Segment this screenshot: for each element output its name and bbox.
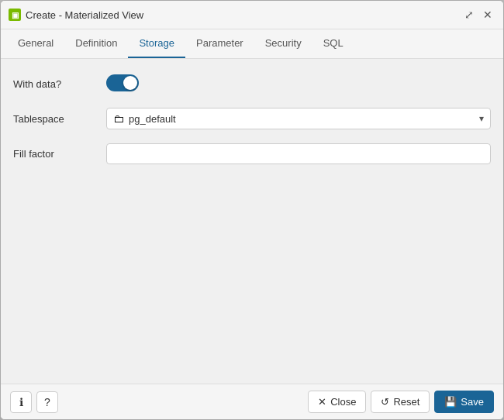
chevron-down-icon: ▾ [479, 113, 484, 124]
tablespace-row: Tablespace 🗀 pg_default ▾ [13, 108, 491, 129]
with-data-control [106, 74, 491, 94]
tab-definition[interactable]: Definition [64, 29, 128, 58]
tablespace-select[interactable]: 🗀 pg_default ▾ [106, 108, 491, 129]
footer-left: ℹ ? [10, 391, 58, 413]
help-button[interactable]: ? [36, 391, 58, 413]
form-content: With data? Tablespace 🗀 pg_default ▾ [1, 59, 503, 384]
fill-factor-control [106, 143, 491, 164]
folder-icon: 🗀 [113, 112, 124, 125]
close-window-button[interactable]: ✕ [480, 7, 495, 22]
tab-general[interactable]: General [7, 29, 64, 58]
footer-right: ✕ Close ↺ Reset 💾 Save [308, 391, 494, 413]
info-button[interactable]: ℹ [10, 391, 32, 413]
title-actions: ⤢ ✕ [461, 7, 495, 22]
tablespace-control: 🗀 pg_default ▾ [106, 108, 491, 129]
tab-bar: General Definition Storage Parameter Sec… [1, 29, 503, 59]
save-button[interactable]: 💾 Save [434, 391, 494, 413]
tablespace-label: Tablespace [13, 113, 106, 125]
toggle-track[interactable] [106, 74, 139, 91]
close-icon: ✕ [318, 396, 326, 408]
toggle-thumb [123, 76, 137, 90]
expand-button[interactable]: ⤢ [461, 7, 477, 22]
footer: ℹ ? ✕ Close ↺ Reset 💾 Save [1, 384, 503, 419]
with-data-toggle[interactable] [106, 74, 139, 91]
reset-icon: ↺ [381, 396, 389, 408]
tab-sql[interactable]: SQL [312, 29, 354, 58]
reset-button[interactable]: ↺ Reset [371, 391, 430, 413]
app-icon: ▣ [9, 9, 21, 21]
dialog-window: ▣ Create - Materialized View ⤢ ✕ General… [0, 0, 504, 420]
window-title: Create - Materialized View [26, 9, 457, 21]
fill-factor-label: Fill factor [13, 148, 106, 160]
close-button[interactable]: ✕ Close [308, 391, 366, 413]
save-icon: 💾 [444, 396, 457, 408]
tablespace-value: pg_default [129, 113, 479, 125]
tab-parameter[interactable]: Parameter [185, 29, 254, 58]
tab-security[interactable]: Security [254, 29, 312, 58]
with-data-label: With data? [13, 78, 106, 90]
close-label: Close [330, 396, 356, 408]
with-data-row: With data? [13, 74, 491, 94]
fill-factor-row: Fill factor [13, 143, 491, 164]
reset-label: Reset [393, 396, 419, 408]
save-label: Save [461, 396, 484, 408]
title-bar: ▣ Create - Materialized View ⤢ ✕ [1, 1, 503, 29]
tab-storage[interactable]: Storage [128, 29, 185, 58]
fill-factor-input[interactable] [106, 143, 491, 164]
